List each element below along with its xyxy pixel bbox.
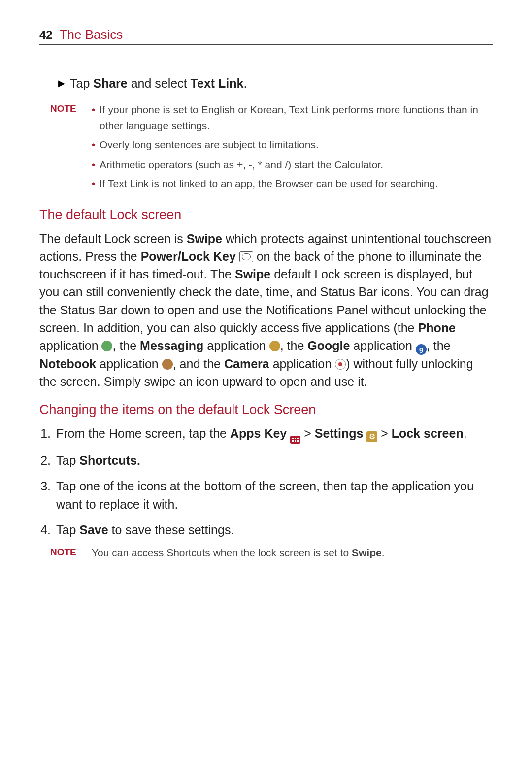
- default-lock-screen-paragraph: The default Lock screen is Swipe which p…: [39, 230, 493, 391]
- settings-icon: ⚙: [366, 431, 377, 442]
- section-default-lock-screen: The default Lock screen: [39, 208, 493, 223]
- triangle-bullet-icon: ▶: [58, 75, 65, 92]
- phone-app-icon: [101, 341, 112, 351]
- steps-list: From the Home screen, tap the Apps Key >…: [39, 424, 493, 539]
- step-1: From the Home screen, tap the Apps Key >…: [54, 424, 493, 444]
- note-item: If your phone is set to English or Korea…: [92, 102, 493, 133]
- google-app-icon: g: [416, 344, 427, 355]
- step-2: Tap Shortcuts.: [54, 452, 493, 469]
- apps-key-icon: [290, 436, 300, 444]
- note-item: If Text Link is not linked to an app, th…: [92, 176, 493, 192]
- section-changing-lock-items: Changing the items on the default Lock S…: [39, 402, 493, 417]
- note-textlink: NOTE If your phone is set to English or …: [50, 102, 493, 196]
- share-textlink-text: Tap Share and select Text Link.: [70, 75, 247, 92]
- note-label: NOTE: [50, 102, 81, 196]
- note-shortcuts: NOTE You can access Shortcuts when the l…: [50, 547, 493, 558]
- page-number: 42: [39, 28, 53, 42]
- messaging-app-icon: [269, 341, 280, 351]
- note-list: If your phone is set to English or Korea…: [92, 102, 493, 196]
- share-textlink-step: ▶ Tap Share and select Text Link.: [58, 75, 493, 92]
- power-lock-key-icon: [239, 251, 253, 262]
- camera-app-icon: [335, 359, 346, 370]
- step-4: Tap Save to save these settings.: [54, 521, 493, 539]
- note-item: Overly long sentences are subject to lim…: [92, 137, 493, 153]
- note-label: NOTE: [50, 547, 81, 558]
- note-item: Arithmetic operators (such as +, -, * an…: [92, 157, 493, 173]
- manual-page: 42 The Basics ▶ Tap Share and select Tex…: [0, 0, 532, 588]
- note-text: You can access Shortcuts when the lock s…: [92, 547, 385, 558]
- step-3: Tap one of the icons at the bottom of th…: [54, 477, 493, 513]
- notebook-app-icon: [162, 359, 173, 370]
- chapter-title: The Basics: [60, 27, 123, 42]
- page-header: 42 The Basics: [39, 27, 493, 45]
